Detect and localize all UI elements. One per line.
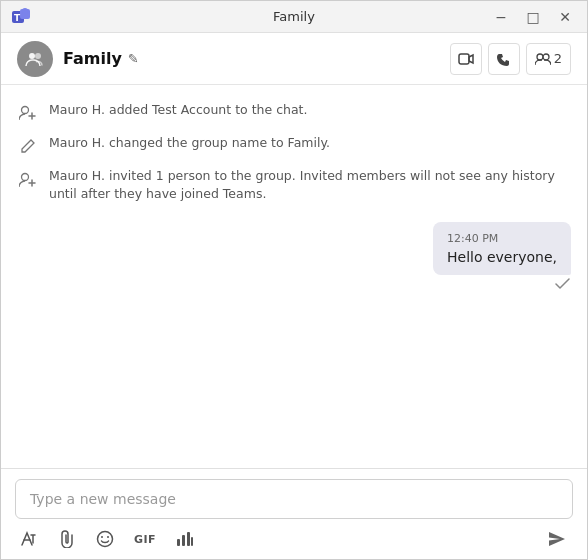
svg-rect-15 <box>182 535 185 546</box>
add-person-icon <box>17 102 39 124</box>
svg-rect-6 <box>459 54 469 64</box>
svg-point-4 <box>29 53 35 59</box>
svg-point-11 <box>98 532 113 547</box>
stickers-icon[interactable] <box>173 527 197 551</box>
system-message: Mauro H. changed the group name to Famil… <box>17 134 571 157</box>
group-avatar <box>17 41 53 77</box>
message-text: Hello everyone, <box>447 249 557 265</box>
window-controls: − □ ✕ <box>487 7 579 27</box>
svg-rect-14 <box>177 539 180 546</box>
system-message-text: Mauro H. added Test Account to the chat. <box>49 101 307 119</box>
members-button[interactable]: 2 <box>526 43 571 75</box>
system-message-text: Mauro H. invited 1 person to the group. … <box>49 167 571 202</box>
svg-point-13 <box>107 536 109 538</box>
minimize-button[interactable]: − <box>487 7 515 27</box>
gif-button[interactable]: GIF <box>131 527 159 551</box>
svg-rect-16 <box>187 532 190 546</box>
svg-point-10 <box>22 174 29 181</box>
title-bar-left: T <box>9 5 33 29</box>
svg-point-5 <box>35 53 41 59</box>
send-button[interactable] <box>543 525 571 553</box>
members-count: 2 <box>554 51 562 66</box>
svg-point-2 <box>22 8 28 14</box>
svg-text:T: T <box>14 13 21 23</box>
format-icon[interactable] <box>17 527 41 551</box>
message-time: 12:40 PM <box>447 232 557 245</box>
toolbar-left: GIF <box>17 527 197 551</box>
messages-area: Mauro H. added Test Account to the chat.… <box>1 85 587 468</box>
pencil-icon <box>17 135 39 157</box>
input-placeholder: Type a new message <box>30 491 176 507</box>
invite-person-icon <box>17 169 39 191</box>
svg-point-7 <box>537 54 543 60</box>
edit-name-icon[interactable]: ✎ <box>128 51 139 66</box>
message-input[interactable]: Type a new message <box>15 479 573 519</box>
title-bar: T Family − □ ✕ <box>1 1 587 33</box>
chat-name: Family ✎ <box>63 49 139 68</box>
window-title: Family <box>273 9 315 24</box>
chat-header: Family ✎ 2 <box>1 33 587 85</box>
audio-call-button[interactable] <box>488 43 520 75</box>
svg-rect-17 <box>191 537 193 546</box>
close-button[interactable]: ✕ <box>551 7 579 27</box>
maximize-button[interactable]: □ <box>519 7 547 27</box>
svg-point-9 <box>22 107 29 114</box>
chat-header-left: Family ✎ <box>17 41 139 77</box>
system-message: Mauro H. added Test Account to the chat. <box>17 101 571 124</box>
message-row: 12:40 PM Hello everyone, <box>17 222 571 290</box>
teams-logo-icon: T <box>9 5 33 29</box>
system-message-text: Mauro H. changed the group name to Famil… <box>49 134 330 152</box>
video-call-button[interactable] <box>450 43 482 75</box>
message-bubble: 12:40 PM Hello everyone, <box>433 222 571 275</box>
group-name: Family <box>63 49 122 68</box>
input-area: Type a new message <box>1 468 587 559</box>
message-status <box>555 278 571 290</box>
attach-icon[interactable] <box>55 527 79 551</box>
svg-point-12 <box>101 536 103 538</box>
chat-header-right: 2 <box>450 43 571 75</box>
toolbar-row: GIF <box>15 525 573 553</box>
system-message: Mauro H. invited 1 person to the group. … <box>17 167 571 202</box>
svg-point-8 <box>543 54 549 60</box>
emoji-icon[interactable] <box>93 527 117 551</box>
